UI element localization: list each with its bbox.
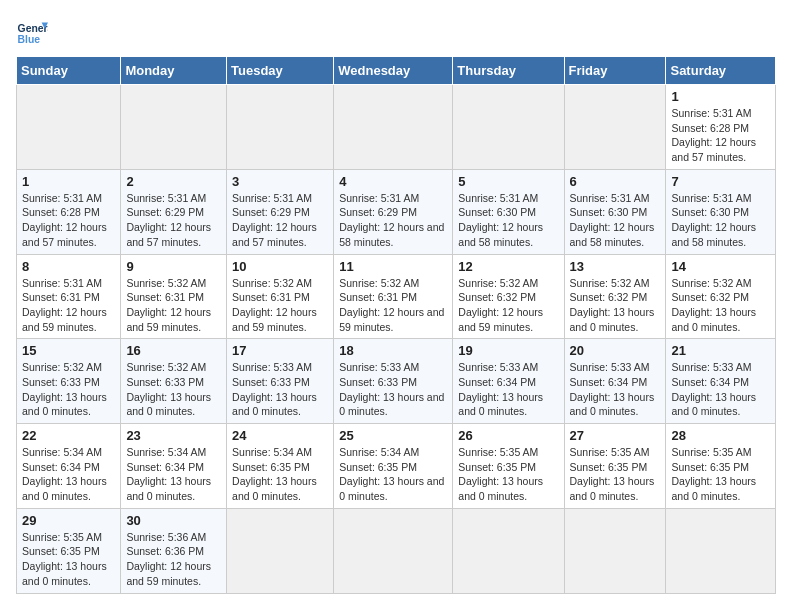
calendar-week-5: 22Sunrise: 5:34 AMSunset: 6:34 PMDayligh… [17,424,776,509]
calendar-header-row: SundayMondayTuesdayWednesdayThursdayFrid… [17,57,776,85]
day-number: 13 [570,259,661,274]
day-info: Sunrise: 5:32 AMSunset: 6:33 PMDaylight:… [22,360,115,419]
day-info: Sunrise: 5:33 AMSunset: 6:33 PMDaylight:… [232,360,328,419]
calendar-cell: 11Sunrise: 5:32 AMSunset: 6:31 PMDayligh… [334,254,453,339]
day-info: Sunrise: 5:35 AMSunset: 6:35 PMDaylight:… [22,530,115,589]
day-info: Sunrise: 5:31 AMSunset: 6:28 PMDaylight:… [671,106,770,165]
calendar-cell: 17Sunrise: 5:33 AMSunset: 6:33 PMDayligh… [227,339,334,424]
calendar-cell: 10Sunrise: 5:32 AMSunset: 6:31 PMDayligh… [227,254,334,339]
calendar-cell: 24Sunrise: 5:34 AMSunset: 6:35 PMDayligh… [227,424,334,509]
header-friday: Friday [564,57,666,85]
day-number: 20 [570,343,661,358]
day-number: 12 [458,259,558,274]
day-info: Sunrise: 5:32 AMSunset: 6:32 PMDaylight:… [570,276,661,335]
calendar-cell: 3Sunrise: 5:31 AMSunset: 6:29 PMDaylight… [227,169,334,254]
calendar-cell: 4Sunrise: 5:31 AMSunset: 6:29 PMDaylight… [334,169,453,254]
calendar-cell: 19Sunrise: 5:33 AMSunset: 6:34 PMDayligh… [453,339,564,424]
day-info: Sunrise: 5:32 AMSunset: 6:33 PMDaylight:… [126,360,221,419]
day-number: 1 [671,89,770,104]
calendar-cell: 23Sunrise: 5:34 AMSunset: 6:34 PMDayligh… [121,424,227,509]
calendar-cell [564,85,666,170]
day-number: 14 [671,259,770,274]
calendar-cell: 18Sunrise: 5:33 AMSunset: 6:33 PMDayligh… [334,339,453,424]
day-info: Sunrise: 5:33 AMSunset: 6:34 PMDaylight:… [570,360,661,419]
day-number: 24 [232,428,328,443]
day-info: Sunrise: 5:34 AMSunset: 6:35 PMDaylight:… [232,445,328,504]
calendar-cell [334,85,453,170]
calendar-week-1: 1Sunrise: 5:31 AMSunset: 6:28 PMDaylight… [17,85,776,170]
day-info: Sunrise: 5:31 AMSunset: 6:29 PMDaylight:… [126,191,221,250]
svg-text:Blue: Blue [18,34,41,45]
calendar-table: SundayMondayTuesdayWednesdayThursdayFrid… [16,56,776,594]
day-number: 1 [22,174,115,189]
day-number: 28 [671,428,770,443]
day-info: Sunrise: 5:33 AMSunset: 6:34 PMDaylight:… [671,360,770,419]
day-info: Sunrise: 5:32 AMSunset: 6:32 PMDaylight:… [458,276,558,335]
day-number: 22 [22,428,115,443]
day-info: Sunrise: 5:32 AMSunset: 6:31 PMDaylight:… [339,276,447,335]
calendar-cell: 9Sunrise: 5:32 AMSunset: 6:31 PMDaylight… [121,254,227,339]
day-info: Sunrise: 5:31 AMSunset: 6:30 PMDaylight:… [570,191,661,250]
day-number: 15 [22,343,115,358]
day-info: Sunrise: 5:34 AMSunset: 6:34 PMDaylight:… [126,445,221,504]
day-info: Sunrise: 5:32 AMSunset: 6:32 PMDaylight:… [671,276,770,335]
day-info: Sunrise: 5:36 AMSunset: 6:36 PMDaylight:… [126,530,221,589]
day-info: Sunrise: 5:31 AMSunset: 6:29 PMDaylight:… [232,191,328,250]
day-info: Sunrise: 5:35 AMSunset: 6:35 PMDaylight:… [671,445,770,504]
calendar-cell [227,508,334,593]
day-number: 7 [671,174,770,189]
day-info: Sunrise: 5:31 AMSunset: 6:28 PMDaylight:… [22,191,115,250]
day-info: Sunrise: 5:31 AMSunset: 6:30 PMDaylight:… [458,191,558,250]
calendar-week-6: 29Sunrise: 5:35 AMSunset: 6:35 PMDayligh… [17,508,776,593]
day-info: Sunrise: 5:33 AMSunset: 6:33 PMDaylight:… [339,360,447,419]
calendar-week-3: 8Sunrise: 5:31 AMSunset: 6:31 PMDaylight… [17,254,776,339]
header-tuesday: Tuesday [227,57,334,85]
logo: General Blue [16,16,52,48]
day-number: 9 [126,259,221,274]
day-number: 5 [458,174,558,189]
day-number: 27 [570,428,661,443]
calendar-cell: 27Sunrise: 5:35 AMSunset: 6:35 PMDayligh… [564,424,666,509]
calendar-cell: 5Sunrise: 5:31 AMSunset: 6:30 PMDaylight… [453,169,564,254]
calendar-cell: 8Sunrise: 5:31 AMSunset: 6:31 PMDaylight… [17,254,121,339]
calendar-cell: 15Sunrise: 5:32 AMSunset: 6:33 PMDayligh… [17,339,121,424]
day-number: 8 [22,259,115,274]
calendar-cell: 30Sunrise: 5:36 AMSunset: 6:36 PMDayligh… [121,508,227,593]
day-number: 3 [232,174,328,189]
header-wednesday: Wednesday [334,57,453,85]
calendar-cell: 6Sunrise: 5:31 AMSunset: 6:30 PMDaylight… [564,169,666,254]
calendar-cell [334,508,453,593]
header-saturday: Saturday [666,57,776,85]
calendar-cell: 22Sunrise: 5:34 AMSunset: 6:34 PMDayligh… [17,424,121,509]
header-sunday: Sunday [17,57,121,85]
calendar-cell: 1Sunrise: 5:31 AMSunset: 6:28 PMDaylight… [17,169,121,254]
calendar-cell: 26Sunrise: 5:35 AMSunset: 6:35 PMDayligh… [453,424,564,509]
calendar-cell: 29Sunrise: 5:35 AMSunset: 6:35 PMDayligh… [17,508,121,593]
day-number: 16 [126,343,221,358]
day-number: 2 [126,174,221,189]
calendar-cell: 7Sunrise: 5:31 AMSunset: 6:30 PMDaylight… [666,169,776,254]
calendar-cell [564,508,666,593]
day-info: Sunrise: 5:35 AMSunset: 6:35 PMDaylight:… [458,445,558,504]
day-number: 29 [22,513,115,528]
calendar-cell [666,508,776,593]
calendar-cell: 25Sunrise: 5:34 AMSunset: 6:35 PMDayligh… [334,424,453,509]
calendar-cell [17,85,121,170]
calendar-cell: 13Sunrise: 5:32 AMSunset: 6:32 PMDayligh… [564,254,666,339]
day-info: Sunrise: 5:31 AMSunset: 6:29 PMDaylight:… [339,191,447,250]
day-info: Sunrise: 5:31 AMSunset: 6:31 PMDaylight:… [22,276,115,335]
day-number: 19 [458,343,558,358]
day-number: 6 [570,174,661,189]
day-info: Sunrise: 5:32 AMSunset: 6:31 PMDaylight:… [126,276,221,335]
day-number: 26 [458,428,558,443]
calendar-cell: 20Sunrise: 5:33 AMSunset: 6:34 PMDayligh… [564,339,666,424]
day-info: Sunrise: 5:35 AMSunset: 6:35 PMDaylight:… [570,445,661,504]
day-number: 11 [339,259,447,274]
logo-icon: General Blue [16,16,48,48]
day-number: 30 [126,513,221,528]
day-number: 17 [232,343,328,358]
day-info: Sunrise: 5:32 AMSunset: 6:31 PMDaylight:… [232,276,328,335]
calendar-cell [453,508,564,593]
calendar-cell: 1Sunrise: 5:31 AMSunset: 6:28 PMDaylight… [666,85,776,170]
calendar-cell: 21Sunrise: 5:33 AMSunset: 6:34 PMDayligh… [666,339,776,424]
